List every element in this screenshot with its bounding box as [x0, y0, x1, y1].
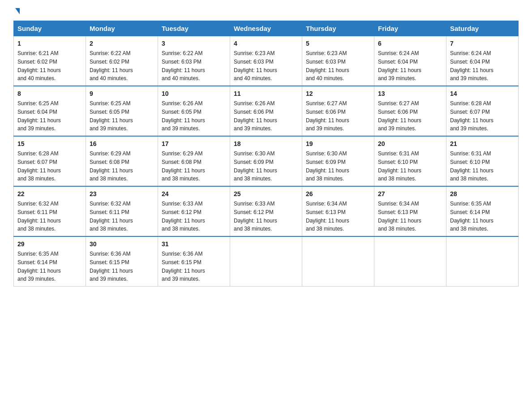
calendar-cell: 14 Sunrise: 6:28 AMSunset: 6:07 PMDaylig… — [446, 86, 519, 136]
column-header-friday: Friday — [374, 21, 446, 36]
cell-info: Sunrise: 6:28 AMSunset: 6:07 PMDaylight:… — [450, 100, 493, 132]
cell-info: Sunrise: 6:35 AMSunset: 6:14 PMDaylight:… — [17, 251, 61, 282]
cell-info: Sunrise: 6:33 AMSunset: 6:12 PMDaylight:… — [234, 201, 277, 232]
cell-info: Sunrise: 6:36 AMSunset: 6:15 PMDaylight:… — [162, 251, 205, 282]
day-number: 10 — [162, 89, 226, 98]
day-number: 7 — [450, 39, 515, 48]
day-number: 1 — [17, 39, 82, 48]
day-number: 29 — [17, 240, 82, 249]
calendar-cell: 25 Sunrise: 6:33 AMSunset: 6:12 PMDaylig… — [230, 186, 302, 236]
calendar-cell: 6 Sunrise: 6:24 AMSunset: 6:04 PMDayligh… — [374, 36, 446, 86]
day-number: 21 — [450, 139, 515, 149]
cell-info: Sunrise: 6:25 AMSunset: 6:05 PMDaylight:… — [90, 100, 133, 132]
day-number: 15 — [17, 139, 82, 149]
calendar-cell: 16 Sunrise: 6:29 AMSunset: 6:08 PMDaylig… — [86, 136, 158, 186]
calendar-week-row: 8 Sunrise: 6:25 AMSunset: 6:04 PMDayligh… — [14, 86, 519, 136]
cell-info: Sunrise: 6:21 AMSunset: 6:02 PMDaylight:… — [17, 50, 61, 81]
cell-info: Sunrise: 6:32 AMSunset: 6:11 PMDaylight:… — [90, 201, 133, 232]
cell-info: Sunrise: 6:26 AMSunset: 6:06 PMDaylight:… — [234, 100, 277, 132]
day-number: 8 — [17, 89, 82, 98]
calendar-cell: 1 Sunrise: 6:21 AMSunset: 6:02 PMDayligh… — [14, 36, 86, 86]
calendar-cell: 15 Sunrise: 6:28 AMSunset: 6:07 PMDaylig… — [14, 136, 86, 186]
calendar-week-row: 29 Sunrise: 6:35 AMSunset: 6:14 PMDaylig… — [14, 236, 519, 287]
day-number: 14 — [450, 89, 515, 98]
calendar-cell: 3 Sunrise: 6:22 AMSunset: 6:03 PMDayligh… — [158, 36, 230, 86]
cell-info: Sunrise: 6:34 AMSunset: 6:13 PMDaylight:… — [306, 201, 349, 232]
calendar-cell: 28 Sunrise: 6:35 AMSunset: 6:14 PMDaylig… — [446, 186, 519, 236]
cell-info: Sunrise: 6:28 AMSunset: 6:07 PMDaylight:… — [17, 150, 61, 182]
cell-info: Sunrise: 6:22 AMSunset: 6:02 PMDaylight:… — [90, 50, 133, 81]
day-number: 27 — [378, 189, 442, 199]
calendar-table: SundayMondayTuesdayWednesdayThursdayFrid… — [13, 21, 519, 287]
calendar-cell: 29 Sunrise: 6:35 AMSunset: 6:14 PMDaylig… — [14, 236, 86, 287]
cell-info: Sunrise: 6:31 AMSunset: 6:10 PMDaylight:… — [450, 150, 493, 182]
calendar-week-row: 1 Sunrise: 6:21 AMSunset: 6:02 PMDayligh… — [14, 36, 519, 86]
cell-info: Sunrise: 6:27 AMSunset: 6:06 PMDaylight:… — [306, 100, 349, 132]
logo — [13, 9, 20, 13]
calendar-cell: 21 Sunrise: 6:31 AMSunset: 6:10 PMDaylig… — [446, 136, 519, 186]
calendar-week-row: 15 Sunrise: 6:28 AMSunset: 6:07 PMDaylig… — [14, 136, 519, 186]
day-number: 20 — [378, 139, 442, 149]
day-number: 24 — [162, 189, 226, 199]
day-number: 4 — [234, 39, 298, 48]
calendar-cell: 8 Sunrise: 6:25 AMSunset: 6:04 PMDayligh… — [14, 86, 86, 136]
day-number: 30 — [90, 240, 154, 249]
calendar-cell: 4 Sunrise: 6:23 AMSunset: 6:03 PMDayligh… — [230, 36, 302, 86]
column-header-monday: Monday — [86, 21, 158, 36]
day-number: 25 — [234, 189, 298, 199]
cell-info: Sunrise: 6:36 AMSunset: 6:15 PMDaylight:… — [90, 251, 133, 282]
cell-info: Sunrise: 6:35 AMSunset: 6:14 PMDaylight:… — [450, 201, 493, 232]
column-header-thursday: Thursday — [302, 21, 374, 36]
cell-info: Sunrise: 6:25 AMSunset: 6:04 PMDaylight:… — [17, 100, 61, 132]
day-number: 3 — [162, 39, 226, 48]
cell-info: Sunrise: 6:22 AMSunset: 6:03 PMDaylight:… — [162, 50, 205, 81]
cell-info: Sunrise: 6:24 AMSunset: 6:04 PMDaylight:… — [450, 50, 493, 81]
calendar-cell: 31 Sunrise: 6:36 AMSunset: 6:15 PMDaylig… — [158, 236, 230, 287]
column-header-saturday: Saturday — [446, 21, 519, 36]
day-number: 6 — [378, 39, 442, 48]
day-number: 23 — [90, 189, 154, 199]
calendar-cell: 13 Sunrise: 6:27 AMSunset: 6:06 PMDaylig… — [374, 86, 446, 136]
day-number: 16 — [90, 139, 154, 149]
day-number: 18 — [234, 139, 298, 149]
day-number: 22 — [17, 189, 82, 199]
calendar-cell — [446, 236, 519, 287]
column-header-sunday: Sunday — [14, 21, 86, 36]
calendar-header-row: SundayMondayTuesdayWednesdayThursdayFrid… — [14, 21, 519, 36]
day-number: 19 — [306, 139, 370, 149]
cell-info: Sunrise: 6:31 AMSunset: 6:10 PMDaylight:… — [378, 150, 421, 182]
day-number: 11 — [234, 89, 298, 98]
calendar-cell: 20 Sunrise: 6:31 AMSunset: 6:10 PMDaylig… — [374, 136, 446, 186]
cell-info: Sunrise: 6:30 AMSunset: 6:09 PMDaylight:… — [234, 150, 277, 182]
cell-info: Sunrise: 6:24 AMSunset: 6:04 PMDaylight:… — [378, 50, 421, 81]
calendar-cell: 11 Sunrise: 6:26 AMSunset: 6:06 PMDaylig… — [230, 86, 302, 136]
calendar-cell: 24 Sunrise: 6:33 AMSunset: 6:12 PMDaylig… — [158, 186, 230, 236]
calendar-cell: 5 Sunrise: 6:23 AMSunset: 6:03 PMDayligh… — [302, 36, 374, 86]
day-number: 13 — [378, 89, 442, 98]
day-number: 31 — [162, 240, 226, 249]
calendar-week-row: 22 Sunrise: 6:32 AMSunset: 6:11 PMDaylig… — [14, 186, 519, 236]
calendar-cell — [302, 236, 374, 287]
day-number: 28 — [450, 189, 515, 199]
calendar-cell: 7 Sunrise: 6:24 AMSunset: 6:04 PMDayligh… — [446, 36, 519, 86]
page-header — [13, 9, 519, 13]
calendar-cell: 17 Sunrise: 6:29 AMSunset: 6:08 PMDaylig… — [158, 136, 230, 186]
day-number: 9 — [90, 89, 154, 98]
cell-info: Sunrise: 6:32 AMSunset: 6:11 PMDaylight:… — [17, 201, 61, 232]
day-number: 12 — [306, 89, 370, 98]
day-number: 26 — [306, 189, 370, 199]
calendar-cell: 30 Sunrise: 6:36 AMSunset: 6:15 PMDaylig… — [86, 236, 158, 287]
cell-info: Sunrise: 6:27 AMSunset: 6:06 PMDaylight:… — [378, 100, 421, 132]
cell-info: Sunrise: 6:30 AMSunset: 6:09 PMDaylight:… — [306, 150, 349, 182]
calendar-cell: 2 Sunrise: 6:22 AMSunset: 6:02 PMDayligh… — [86, 36, 158, 86]
cell-info: Sunrise: 6:29 AMSunset: 6:08 PMDaylight:… — [162, 150, 205, 182]
cell-info: Sunrise: 6:26 AMSunset: 6:05 PMDaylight:… — [162, 100, 205, 132]
column-header-tuesday: Tuesday — [158, 21, 230, 36]
logo-triangle-icon — [15, 8, 20, 14]
calendar-cell: 22 Sunrise: 6:32 AMSunset: 6:11 PMDaylig… — [14, 186, 86, 236]
cell-info: Sunrise: 6:34 AMSunset: 6:13 PMDaylight:… — [378, 201, 421, 232]
day-number: 2 — [90, 39, 154, 48]
calendar-cell — [230, 236, 302, 287]
calendar-cell: 18 Sunrise: 6:30 AMSunset: 6:09 PMDaylig… — [230, 136, 302, 186]
day-number: 17 — [162, 139, 226, 149]
